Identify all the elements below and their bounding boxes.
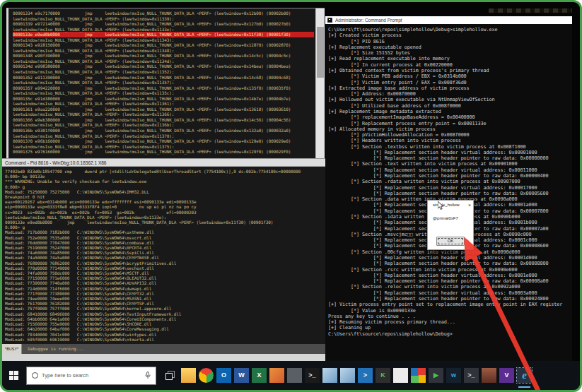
terminal-line: [*] Replacement section header virtual a… bbox=[328, 290, 572, 296]
terminal-line: ModLoad: 770d0000 77149000 C:\WINDOWS\Sy… bbox=[5, 266, 324, 271]
wireshark-icon[interactable]: w bbox=[446, 368, 461, 383]
command-prompt-titlebar[interactable]: Administrator: Command Prompt bbox=[325, 16, 572, 24]
disassembly-line: 00901357 e994220000 jmp leetwindow!msIso… bbox=[13, 85, 314, 91]
visual-studio-icon[interactable]: V bbox=[499, 368, 514, 383]
powershell-icon[interactable]: > bbox=[358, 368, 373, 383]
terminal-line: C:\Users\ft\source\repos\simplehollow\De… bbox=[328, 27, 572, 32]
disassembly-line: 0090136b e9301f0000 jmp leetwindow!msIso… bbox=[13, 128, 314, 133]
terminal-line: ModLoad: 74a60000 74a85000 C:\WINDOWS\Sy… bbox=[5, 250, 324, 255]
terminal-line: [*] Replacement section header pointer t… bbox=[328, 278, 572, 284]
terminal-line: [+] Victim process entry point set to re… bbox=[328, 302, 572, 307]
terminal-line: [*] Section .rsrc written into victim pr… bbox=[328, 267, 572, 273]
terminal-icon[interactable]: >_ bbox=[464, 368, 479, 383]
excel-icon[interactable]: X bbox=[252, 368, 267, 383]
terminal-line: ModLoad: 76170000 76182000 C:\WINDOWS\Sy… bbox=[5, 301, 324, 306]
scrollbar-thumb[interactable] bbox=[317, 27, 324, 78]
cortana-search-icon bbox=[32, 372, 38, 379]
dialog-body-text: @primal0xF7 bbox=[428, 216, 473, 220]
ghost-chat-icon[interactable] bbox=[393, 368, 408, 383]
terminal-line: ModLoad: 714d0000 714f6000 C:\WINDOWS\Sy… bbox=[5, 286, 324, 291]
terminal-line: 0:000> g bbox=[5, 225, 324, 230]
cmd-prompt-icon bbox=[327, 18, 332, 23]
debuggee-status-text: Debuggee is running... bbox=[22, 344, 83, 354]
terminal-line: ModLoad: 771f0000 77380000 C:\WINDOWS\Sy… bbox=[5, 291, 324, 296]
ok-button[interactable]: OK bbox=[436, 237, 465, 246]
disassembly-line: 00901352 e911390000 jmp leetwindow!msIso… bbox=[13, 75, 314, 81]
terminal-line: 77492bd0 833d0c18547700 cmp dword ptr [n… bbox=[5, 169, 324, 174]
file-explorer-icon[interactable] bbox=[181, 368, 196, 383]
terminal-line: [*] Replacement section header virtual a… bbox=[328, 167, 572, 173]
disassembly-line: 00901334 e9c7170000 jmp leetwindow!msIso… bbox=[13, 11, 314, 16]
terminal-line: ModLoad: 68410000 68496000 C:\WINDOWS\Sy… bbox=[5, 311, 324, 316]
terminal-line: [*] Replacement section header pointer t… bbox=[328, 191, 572, 196]
terminal-line: [*] Size 151552 bytes bbox=[328, 50, 572, 56]
spy-tool-icon[interactable] bbox=[322, 368, 337, 383]
task-view-icon[interactable] bbox=[165, 371, 175, 380]
terminal-line: eip=0090133e esp=0333f8e8 ebp=0333f8f4 i… bbox=[5, 204, 324, 209]
terminal-line: [*] Section .text written into victim pr… bbox=[328, 161, 572, 167]
disassembly-line: leetwindow!msIso_NULL_THUNK_DATA_DLA <PE… bbox=[13, 16, 314, 22]
terminal-line: [*] Headers written into victim process bbox=[328, 138, 572, 143]
terminal-line: ModLoad: 75190000 7524f000 C:\WINDOWS\Sy… bbox=[5, 245, 324, 250]
terminal-line: [+] Created victim process bbox=[328, 32, 572, 38]
disassembly-line: 00901366 e9eb380000 jmp leetwindow!msIso… bbox=[13, 117, 314, 123]
disassembly-line: 00901348 e90f390000 jmp leetwindow!msIso… bbox=[13, 53, 314, 59]
chrome-icon[interactable] bbox=[199, 368, 214, 383]
terminal-line: [*] Replacement section header virtual a… bbox=[328, 273, 572, 278]
outlook-icon[interactable]: O bbox=[216, 368, 231, 383]
terminal-line: Breakpoint 0 hit bbox=[5, 194, 324, 199]
disassembly-line: 00901361 e9aa220000 jmp leetwindow!msIso… bbox=[13, 107, 314, 112]
terminal-line: [+] Hollowed out victim executable via N… bbox=[328, 97, 572, 102]
background-window-edge bbox=[489, 8, 572, 13]
disassembly-line: 00901370 e96b160000 jmp leetwindow!msIso… bbox=[13, 138, 314, 144]
terminal-line: ModLoad: 74fa0000 750dc000 C:\WINDOWS\Sy… bbox=[5, 271, 324, 275]
terminal-line: leetwindow!msIso_NULL_THUNK_DATA_DLA <PE… bbox=[5, 215, 324, 220]
disassembly-line: leetwindow!msIso_NULL_THUNK_DATA_DLA <PE… bbox=[13, 101, 314, 107]
terminal-line: [*] Replacement section header pointer t… bbox=[328, 173, 572, 179]
windbg-command-titlebar[interactable]: Command - Pid 8616 - WinDbg:10.0.18362.1… bbox=[2, 159, 325, 167]
terminal-line: [*] Section .textbss written into victim… bbox=[328, 144, 572, 150]
colored-diamond-icon[interactable] bbox=[411, 368, 426, 383]
disassembly-line: leetwindow!msIso_NULL_THUNK_DATA_DLA <PE… bbox=[13, 144, 314, 150]
vertical-scrollbar[interactable] bbox=[315, 8, 325, 158]
office-app-icon[interactable] bbox=[269, 368, 284, 383]
terminal-line: [+] Allocated memory in victim process bbox=[328, 126, 572, 132]
terminal-line: [+] Read replacement executable into mem… bbox=[328, 56, 572, 61]
windbg-status-bar: *BUSY* Debuggee is running... bbox=[2, 344, 325, 354]
close-icon[interactable]: × bbox=[468, 203, 471, 208]
internet-explorer-icon[interactable]: e bbox=[517, 368, 532, 383]
terminal-line: ModLoad: 64b20000 64baf000 C:\WINDOWS\Sy… bbox=[5, 326, 324, 331]
disassembly-line: leetwindow!msIso_NULL_THUNK_DATA_DLA <PE… bbox=[13, 133, 314, 139]
terminal-line: [*] Replacement section header pointer t… bbox=[328, 261, 572, 266]
windbg-command-window: Command - Pid 8616 - WinDbg:10.0.18362.1… bbox=[2, 158, 325, 361]
disassembly-line: 00901375 e976160000 jmp leetwindow!msIso… bbox=[13, 149, 314, 155]
terminal-line: [+] Cleaning up bbox=[328, 325, 572, 331]
taskbar: Type here to search O W X bbox=[2, 361, 580, 390]
terminal-line: ModLoad: 74a50000 74a5a000 C:\WINDOWS\Sy… bbox=[5, 255, 324, 260]
microphone-icon[interactable] bbox=[145, 372, 151, 379]
terminal-line: Press any key to continue . . . bbox=[328, 314, 572, 319]
start-button[interactable] bbox=[9, 371, 19, 380]
terminal-line: [+] Replacement executable opened bbox=[328, 44, 572, 50]
disassembly-line: 0090133e e9ed0b0000 jmp leetwindow!msIso… bbox=[13, 32, 314, 37]
terminal-line: [*] pVictimHollowedAllocation = 0x008f00… bbox=[328, 132, 572, 138]
keepass-icon[interactable]: K bbox=[376, 368, 390, 383]
process-monitor-icon[interactable]: ▶ bbox=[429, 368, 443, 383]
dialog-titlebar[interactable]: simple_hollow × bbox=[428, 201, 473, 209]
search-box[interactable]: Type here to search bbox=[26, 367, 156, 385]
taskbar-app-icons: O W X >_ > K ▶ bbox=[181, 368, 535, 383]
app-window-icon[interactable] bbox=[287, 368, 302, 383]
word-icon[interactable]: W bbox=[234, 368, 249, 383]
terminal-line: ModLoad: 757f0000 757ff000 C:\WINDOWS\Sy… bbox=[5, 306, 324, 311]
cmd-icon[interactable]: >_ bbox=[305, 368, 320, 383]
terminal-line: eax=00120267 ebx=0314b000 ecx=0090133e e… bbox=[5, 199, 324, 204]
terminal-line: [+] Replacement image metadata extracted bbox=[328, 109, 572, 114]
terminal-line: C:\Users\ft\source\repos\simplehollow\De… bbox=[328, 331, 572, 337]
screenshot-frame: 00901334 e9c7170000 jmp leetwindow!msIso… bbox=[0, 0, 582, 392]
terminal-line: [*] Replacement section header pointer t… bbox=[328, 296, 572, 302]
terminal-line: cs=0023 ss=002b ds=002b es=002b fs=0053 … bbox=[5, 210, 324, 215]
terminal-line: ModLoad: 74ee0000 74eee000 C:\WINDOWS\Sy… bbox=[5, 296, 324, 301]
terminal-line: ModLoad: 75560000 755e9000 C:\WINDOWS\Sy… bbox=[5, 321, 324, 326]
spy-tool-2-icon[interactable] bbox=[340, 368, 355, 383]
persona-app-icon[interactable] bbox=[482, 368, 496, 383]
